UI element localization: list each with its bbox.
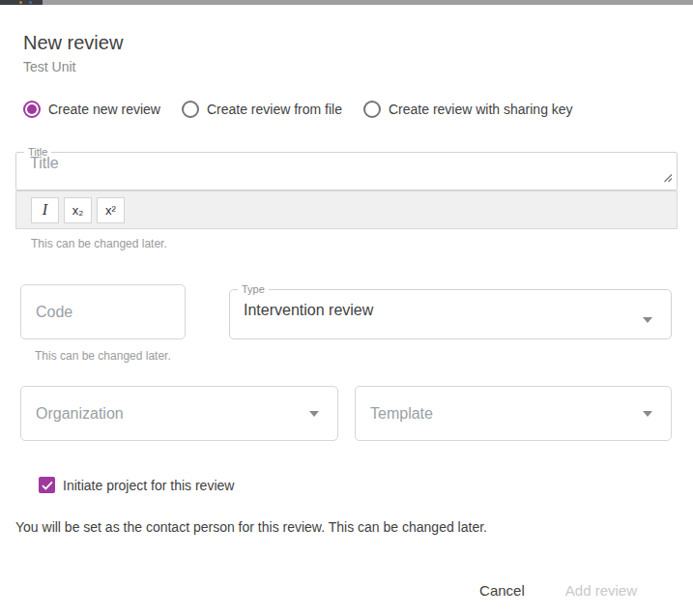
code-helper-text: This can be changed later. <box>35 349 678 363</box>
superscript-button[interactable]: x² <box>97 197 125 223</box>
radio-unselected-icon <box>363 101 381 118</box>
radio-create-review-with-sharing-key[interactable]: Create review with sharing key <box>363 101 573 118</box>
dialog-actions: Cancel Add review <box>15 578 678 602</box>
initiate-project-checkbox-row[interactable]: Initiate project for this review <box>39 477 678 493</box>
page-title: New review <box>23 30 678 55</box>
type-select-value: Intervention review <box>230 302 671 319</box>
page-subtitle: Test Unit <box>23 58 678 75</box>
template-select[interactable]: Template <box>355 386 672 441</box>
code-type-row: Type Intervention review <box>20 284 678 339</box>
favicon-dot <box>29 1 32 4</box>
template-select-placeholder: Template <box>370 405 433 423</box>
add-review-button[interactable]: Add review <box>563 578 639 602</box>
browser-tab-sliver <box>0 0 43 5</box>
type-select[interactable]: Type Intervention review <box>229 284 672 339</box>
type-select-label: Type <box>238 284 269 295</box>
radio-unselected-icon <box>182 101 199 118</box>
chevron-down-icon <box>643 317 652 323</box>
new-review-dialog: New review Test Unit Create new review C… <box>0 30 693 602</box>
checkbox-label: Initiate project for this review <box>63 478 234 493</box>
radio-create-review-from-file[interactable]: Create review from file <box>182 101 342 118</box>
chevron-down-icon <box>643 411 652 417</box>
radio-label: Create review from file <box>207 102 342 117</box>
rich-text-toolbar: I x₂ x² <box>15 191 678 229</box>
chevron-down-icon <box>309 411 319 417</box>
top-edge-bar <box>0 0 693 5</box>
italic-button[interactable]: I <box>31 197 59 223</box>
title-helper-text: This can be changed later. <box>31 237 678 250</box>
subscript-button[interactable]: x₂ <box>64 197 92 223</box>
radio-selected-icon <box>23 101 41 118</box>
radio-label: Create review with sharing key <box>389 102 573 117</box>
review-source-radio-group: Create new review Create review from fil… <box>23 101 678 118</box>
radio-create-new-review[interactable]: Create new review <box>23 101 160 118</box>
code-input[interactable] <box>20 284 186 339</box>
organization-select-placeholder: Organization <box>36 405 124 423</box>
title-textarea[interactable] <box>16 155 677 180</box>
cancel-button[interactable]: Cancel <box>477 578 527 602</box>
checkbox-checked-icon[interactable] <box>39 477 55 493</box>
favicon-dot <box>19 1 22 4</box>
contact-person-note: You will be set as the contact person fo… <box>15 519 678 535</box>
radio-label: Create new review <box>48 102 160 117</box>
title-field: Title <box>15 147 678 191</box>
organization-template-row: Organization Template <box>20 386 678 441</box>
organization-select[interactable]: Organization <box>20 386 338 441</box>
resize-handle-icon[interactable] <box>661 169 673 187</box>
